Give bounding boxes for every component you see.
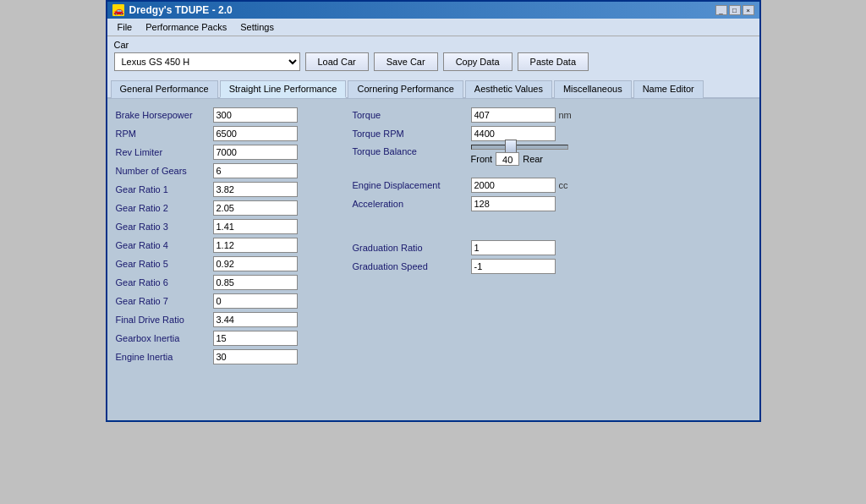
input-gear-ratio-7[interactable] [213,293,298,309]
label-torque: Torque [353,110,471,120]
input-gear-ratio-2[interactable] [213,200,298,216]
field-rpm: RPM [116,126,336,141]
titlebar-controls: _ □ × [715,5,754,15]
input-gear-ratio-6[interactable] [213,275,298,290]
unit-torque: nm [559,110,572,120]
label-number-of-gears: Number of Gears [116,166,213,176]
input-engine-inertia[interactable] [213,349,298,364]
input-graduation-speed[interactable] [471,259,556,274]
field-gear-ratio-1: Gear Ratio 1 [116,182,336,197]
input-engine-displacement[interactable] [471,178,556,193]
label-gearbox-inertia: Gearbox Inertia [116,333,213,343]
torque-balance-front-label: Front [471,154,493,164]
car-section: Car Lexus GS 450 H Load Car Save Car Cop… [107,36,759,74]
window-title: Dredgy's TDUPE - 2.0 [129,4,233,16]
input-gearbox-inertia[interactable] [213,331,298,346]
input-gear-ratio-1[interactable] [213,182,298,197]
field-number-of-gears: Number of Gears [116,163,336,178]
field-gear-ratio-6: Gear Ratio 6 [116,275,336,290]
label-torque-balance: Torque Balance [353,145,471,156]
car-row: Lexus GS 450 H Load Car Save Car Copy Da… [114,52,753,71]
label-acceleration: Acceleration [353,199,471,209]
tab-name-editor[interactable]: Name Editor [633,80,704,98]
load-car-button[interactable]: Load Car [305,52,369,71]
label-gear-ratio-4: Gear Ratio 4 [116,240,213,250]
tab-straight-line-performance[interactable]: Straight Line Performance [220,80,347,98]
label-graduation-ratio: Graduation Ratio [353,243,471,253]
two-column-layout: Brake Horsepower RPM Rev Limiter Number … [116,107,751,368]
label-rpm: RPM [116,129,213,139]
tab-general-performance[interactable]: General Performance [111,80,218,98]
label-gear-ratio-7: Gear Ratio 7 [116,296,213,306]
label-torque-rpm: Torque RPM [353,129,471,139]
input-rev-limiter[interactable] [213,145,298,160]
input-acceleration[interactable] [471,196,556,211]
close-button[interactable]: × [743,5,754,15]
field-graduation-ratio: Graduation Ratio [353,240,751,255]
input-rpm[interactable] [213,126,298,141]
tab-cornering-performance[interactable]: Cornering Performance [348,80,463,98]
field-rev-limiter: Rev Limiter [116,145,336,160]
menu-file[interactable]: File [111,20,140,34]
field-gear-ratio-5: Gear Ratio 5 [116,256,336,271]
input-number-of-gears[interactable] [213,163,298,178]
input-final-drive-ratio[interactable] [213,312,298,327]
left-column: Brake Horsepower RPM Rev Limiter Number … [116,107,336,368]
right-column: Torque nm Torque RPM Torque Balance Fron… [353,107,751,368]
field-graduation-speed: Graduation Speed [353,259,751,274]
field-final-drive-ratio: Final Drive Ratio [116,312,336,327]
content-area: Brake Horsepower RPM Rev Limiter Number … [107,99,759,420]
input-torque[interactable] [471,107,556,123]
field-torque-balance: Torque Balance Front 40 Rear [353,145,751,166]
field-acceleration: Acceleration [353,196,751,211]
menu-performance-packs[interactable]: Performance Packs [139,20,233,34]
input-gear-ratio-3[interactable] [213,219,298,234]
menu-settings[interactable]: Settings [233,20,281,34]
torque-balance-rear-label: Rear [523,154,543,164]
minimize-button[interactable]: _ [715,5,727,15]
label-gear-ratio-1: Gear Ratio 1 [116,184,213,194]
paste-data-button[interactable]: Paste Data [518,52,589,71]
field-gearbox-inertia: Gearbox Inertia [116,331,336,346]
car-label: Car [114,40,753,50]
label-brake-horsepower: Brake Horsepower [116,110,213,120]
app-icon: 🚗 [112,4,124,16]
label-engine-displacement: Engine Displacement [353,180,471,190]
input-graduation-ratio[interactable] [471,240,556,255]
menubar: File Performance Packs Settings [107,19,759,36]
tab-aesthetic-values[interactable]: Aesthetic Values [465,80,552,98]
label-graduation-speed: Graduation Speed [353,261,471,271]
label-engine-inertia: Engine Inertia [116,352,213,362]
maximize-button[interactable]: □ [729,5,741,15]
label-gear-ratio-5: Gear Ratio 5 [116,259,213,269]
titlebar: 🚗 Dredgy's TDUPE - 2.0 _ □ × [107,2,759,19]
field-gear-ratio-4: Gear Ratio 4 [116,238,336,253]
car-select[interactable]: Lexus GS 450 H [114,52,300,71]
torque-balance-slider[interactable] [471,145,568,150]
tab-miscellaneous[interactable]: Miscellaneous [554,80,632,98]
field-torque: Torque nm [353,107,751,123]
input-gear-ratio-5[interactable] [213,256,298,271]
field-gear-ratio-3: Gear Ratio 3 [116,219,336,234]
save-car-button[interactable]: Save Car [374,52,438,71]
label-gear-ratio-6: Gear Ratio 6 [116,277,213,288]
label-final-drive-ratio: Final Drive Ratio [116,315,213,325]
field-engine-displacement: Engine Displacement cc [353,178,751,193]
label-gear-ratio-3: Gear Ratio 3 [116,222,213,232]
unit-engine-displacement: cc [559,180,568,190]
field-engine-inertia: Engine Inertia [116,349,336,364]
field-gear-ratio-7: Gear Ratio 7 [116,293,336,309]
label-gear-ratio-2: Gear Ratio 2 [116,203,213,213]
label-rev-limiter: Rev Limiter [116,147,213,157]
input-gear-ratio-4[interactable] [213,238,298,253]
torque-balance-value: 40 [496,152,519,166]
titlebar-title: 🚗 Dredgy's TDUPE - 2.0 [112,4,233,16]
input-brake-horsepower[interactable] [213,107,298,123]
torque-balance-control: Front 40 Rear [471,145,568,166]
field-brake-horsepower: Brake Horsepower [116,107,336,123]
main-window: 🚗 Dredgy's TDUPE - 2.0 _ □ × File Perfor… [106,0,761,422]
field-gear-ratio-2: Gear Ratio 2 [116,200,336,216]
tabs: General Performance Straight Line Perfor… [107,79,759,99]
copy-data-button[interactable]: Copy Data [443,52,512,71]
